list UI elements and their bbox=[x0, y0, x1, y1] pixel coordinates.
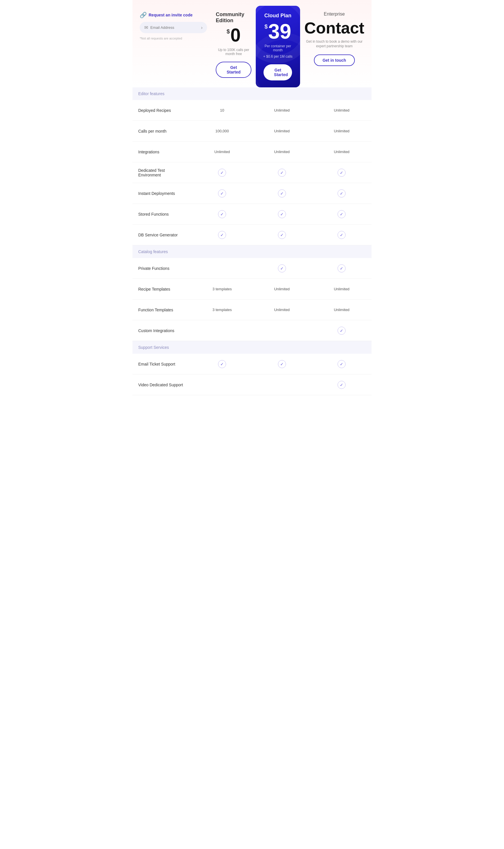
feature-name-cell: Stored Functions bbox=[132, 207, 192, 221]
email-icon: ✉ bbox=[144, 25, 148, 30]
feature-name-cell: Instant Deployments bbox=[132, 187, 192, 201]
feature-community-cell: 100,000 bbox=[192, 124, 252, 138]
feature-enterprise-cell: Unlimited bbox=[312, 303, 372, 316]
check-icon: ✓ bbox=[338, 169, 346, 177]
cloud-cta-button[interactable]: Get Started bbox=[264, 64, 292, 81]
feature-cloud-cell: Unlimited bbox=[252, 303, 312, 316]
check-icon: ✓ bbox=[338, 264, 346, 273]
feature-enterprise-cell: ✓ bbox=[312, 226, 372, 244]
check-icon: ✓ bbox=[218, 360, 226, 368]
check-icon: ✓ bbox=[338, 360, 346, 368]
table-row: Function Templates3 templatesUnlimitedUn… bbox=[132, 299, 372, 320]
community-plan-name: Community Edition bbox=[216, 12, 251, 24]
check-icon: ✓ bbox=[278, 360, 286, 368]
feature-name-cell: Video Dedicated Support bbox=[132, 378, 192, 392]
feature-enterprise-cell: Unlimited bbox=[312, 145, 372, 159]
feature-community-cell bbox=[192, 264, 252, 273]
feature-name-cell: Email Ticket Support bbox=[132, 357, 192, 371]
feature-community-cell: ✓ bbox=[192, 164, 252, 181]
col-community: Community Edition $ 0 Up to 100K calls p… bbox=[211, 6, 256, 84]
feature-name-cell: Recipe Templates bbox=[132, 282, 192, 296]
feature-community-cell: 10 bbox=[192, 104, 252, 117]
feature-table: Editor featuresDeployed Recipes10Unlimit… bbox=[132, 87, 372, 395]
table-row: Recipe Templates3 templatesUnlimitedUnli… bbox=[132, 279, 372, 299]
cloud-amount: 39 bbox=[268, 21, 291, 42]
check-icon: ✓ bbox=[338, 381, 346, 389]
feature-cloud-cell: ✓ bbox=[252, 185, 312, 202]
feature-cloud-cell: Unlimited bbox=[252, 145, 312, 159]
section-header-0: Editor features bbox=[132, 87, 372, 100]
feature-community-cell: ✓ bbox=[192, 356, 252, 373]
feature-enterprise-cell: ✓ bbox=[312, 164, 372, 181]
email-input-wrapper: ✉ › bbox=[140, 22, 207, 33]
feature-cloud-cell: ✓ bbox=[252, 356, 312, 373]
feature-community-cell: Unlimited bbox=[192, 145, 252, 159]
feature-cloud-cell: ✓ bbox=[252, 164, 312, 181]
feature-enterprise-cell: Unlimited bbox=[312, 104, 372, 117]
feature-cloud-cell: ✓ bbox=[252, 206, 312, 223]
feature-community-cell: 3 templates bbox=[192, 303, 252, 316]
feature-enterprise-cell: ✓ bbox=[312, 185, 372, 202]
cloud-subtitle: Per container per month bbox=[260, 44, 296, 52]
feature-community-cell: ✓ bbox=[192, 206, 252, 223]
table-row: Stored Functions✓✓✓ bbox=[132, 204, 372, 225]
feature-community-cell bbox=[192, 326, 252, 335]
feature-enterprise-cell: Unlimited bbox=[312, 124, 372, 138]
feature-community-cell: 3 templates bbox=[192, 282, 252, 296]
cloud-plan-name: Cloud Plan bbox=[264, 13, 291, 19]
feature-enterprise-cell: Unlimited bbox=[312, 282, 372, 296]
not-accepted-note: *Not all requests are accepted bbox=[140, 37, 182, 40]
check-icon: ✓ bbox=[338, 189, 346, 197]
feature-cloud-cell: Unlimited bbox=[252, 104, 312, 117]
feature-enterprise-cell: ✓ bbox=[312, 260, 372, 277]
col-cloud: Cloud Plan $ 39 Per container per month … bbox=[256, 6, 300, 87]
feature-enterprise-cell: ✓ bbox=[312, 322, 372, 339]
table-row: Custom Integrations✓ bbox=[132, 320, 372, 341]
feature-enterprise-cell: ✓ bbox=[312, 206, 372, 223]
arrow-right-icon: › bbox=[201, 25, 202, 30]
check-icon: ✓ bbox=[338, 231, 346, 239]
email-input[interactable] bbox=[150, 25, 199, 30]
table-row: Private Functions✓✓ bbox=[132, 258, 372, 279]
cloud-dollar: $ bbox=[264, 23, 268, 30]
community-subtitle: Up to 100K calls per month free bbox=[216, 48, 251, 56]
check-icon: ✓ bbox=[338, 210, 346, 218]
feature-name-cell: Private Functions bbox=[132, 261, 192, 275]
community-cta-button[interactable]: Get Started bbox=[216, 62, 251, 78]
feature-cloud-cell bbox=[252, 326, 312, 335]
col-enterprise: Enterprise Contact Get in touch to book … bbox=[300, 6, 368, 72]
feature-cloud-cell: Unlimited bbox=[252, 282, 312, 296]
feature-name-cell: Calls per month bbox=[132, 124, 192, 138]
cloud-subtitle2: + $0.6 per 1M calls bbox=[263, 54, 293, 58]
enterprise-cta-button[interactable]: Get in touch bbox=[314, 54, 355, 66]
feature-enterprise-cell: ✓ bbox=[312, 356, 372, 373]
table-row: Instant Deployments✓✓✓ bbox=[132, 183, 372, 204]
table-row: Calls per month100,000UnlimitedUnlimited bbox=[132, 121, 372, 141]
feature-cloud-cell: Unlimited bbox=[252, 124, 312, 138]
check-icon: ✓ bbox=[218, 210, 226, 218]
feature-community-cell bbox=[192, 380, 252, 389]
feature-cloud-cell: ✓ bbox=[252, 260, 312, 277]
section-header-2: Support Services bbox=[132, 341, 372, 354]
check-icon: ✓ bbox=[218, 189, 226, 197]
check-icon: ✓ bbox=[278, 189, 286, 197]
table-row: Deployed Recipes10UnlimitedUnlimited bbox=[132, 100, 372, 121]
feature-cloud-cell: ✓ bbox=[252, 226, 312, 244]
feature-cloud-cell bbox=[252, 380, 312, 389]
feature-enterprise-cell: ✓ bbox=[312, 376, 372, 394]
table-row: Email Ticket Support✓✓✓ bbox=[132, 354, 372, 375]
invite-icon: 🔗 bbox=[140, 12, 147, 18]
enterprise-subtitle: Get in touch to book a demo with our exp… bbox=[304, 39, 364, 49]
cloud-price: $ 39 bbox=[264, 21, 291, 42]
table-row: IntegrationsUnlimitedUnlimitedUnlimited bbox=[132, 141, 372, 162]
feature-name-cell: Custom Integrations bbox=[132, 324, 192, 337]
col-free: 🔗 Request an invite code ✉ › *Not all re… bbox=[136, 6, 211, 46]
enterprise-plan-name: Enterprise bbox=[324, 12, 345, 17]
check-icon: ✓ bbox=[278, 210, 286, 218]
check-icon: ✓ bbox=[278, 264, 286, 273]
table-row: Video Dedicated Support✓ bbox=[132, 375, 372, 395]
community-price: $ 0 bbox=[227, 26, 241, 45]
community-dollar: $ bbox=[227, 28, 230, 35]
invite-link[interactable]: 🔗 Request an invite code bbox=[140, 12, 192, 18]
feature-name-cell: Dedicated Test Environment bbox=[132, 163, 192, 182]
